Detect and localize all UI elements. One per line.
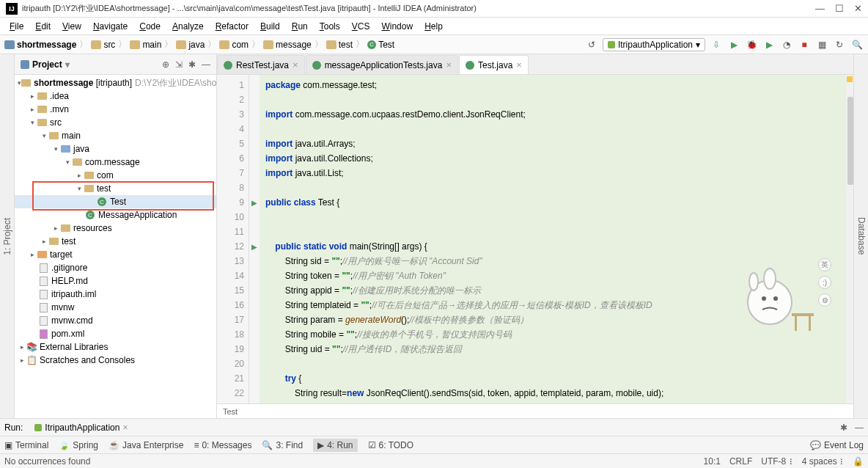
tree-node[interactable]: ▸test bbox=[15, 235, 216, 248]
tree-node[interactable]: ▾com.message bbox=[15, 156, 216, 169]
tree-node-testclass[interactable]: Test bbox=[15, 195, 216, 208]
project-pane-title[interactable]: Project ▾ bbox=[21, 59, 162, 70]
menu-file[interactable]: File bbox=[4, 20, 29, 33]
tree-node[interactable]: ▸.mvn bbox=[15, 103, 216, 116]
build-button[interactable]: ⇩ bbox=[710, 38, 723, 51]
tool-eventlog[interactable]: 💬 Event Log bbox=[810, 440, 864, 450]
close-icon[interactable]: × bbox=[446, 59, 452, 70]
status-pos[interactable]: 10:1 bbox=[704, 456, 721, 467]
status-crlf[interactable]: CRLF bbox=[729, 456, 752, 467]
expand-button[interactable]: ⇲ bbox=[175, 59, 183, 70]
layout-button[interactable]: ▦ bbox=[815, 38, 828, 51]
hide-button[interactable]: — bbox=[202, 59, 210, 70]
menu-code[interactable]: Code bbox=[134, 20, 166, 33]
maximize-button[interactable]: ☐ bbox=[835, 3, 844, 14]
tree-node-test[interactable]: ▾test bbox=[15, 182, 216, 195]
project-tree[interactable]: ▾shortmessage [itripauth]D:\Y2\作业\IDEA\s… bbox=[15, 75, 216, 418]
tool-messages[interactable]: ≡ 0: Messages bbox=[194, 440, 251, 450]
update-button[interactable]: ↻ bbox=[833, 38, 846, 51]
stop-button[interactable]: ■ bbox=[798, 38, 811, 51]
profile-button[interactable]: ◔ bbox=[780, 38, 793, 51]
crumb-item[interactable]: test bbox=[326, 40, 353, 50]
tree-node[interactable]: ▾main bbox=[15, 129, 216, 142]
tree-node[interactable]: pom.xml bbox=[15, 327, 216, 340]
status-enc[interactable]: UTF-8 ⫶ bbox=[761, 456, 792, 467]
code-lines[interactable]: package com.message.test;import com.mess… bbox=[260, 75, 853, 403]
tree-node[interactable]: ▸target bbox=[15, 248, 216, 261]
locate-button[interactable]: ⊕ bbox=[162, 59, 169, 70]
line-gutter[interactable]: 1234567891011121314151617181920212223 bbox=[217, 75, 249, 403]
tool-javaee[interactable]: ☕ Java Enterprise bbox=[108, 440, 183, 450]
breadcrumb[interactable]: shortmessage〉src〉main〉java〉com〉message〉t… bbox=[4, 38, 394, 51]
tree-node[interactable]: .gitignore bbox=[15, 261, 216, 274]
tree-node[interactable]: ▸resources bbox=[15, 222, 216, 235]
close-icon[interactable]: × bbox=[122, 423, 128, 433]
tool-todo[interactable]: ☑ 6: TODO bbox=[368, 440, 414, 450]
crumb-item[interactable]: java bbox=[176, 40, 205, 50]
sync-icon[interactable]: ↺ bbox=[585, 38, 598, 51]
run-tab[interactable]: ItripauthApplication × bbox=[29, 420, 133, 436]
menu-window[interactable]: Window bbox=[376, 20, 418, 33]
coverage-button[interactable]: ▶ bbox=[762, 38, 776, 51]
close-button[interactable]: ✕ bbox=[854, 3, 862, 14]
tree-root[interactable]: ▾shortmessage [itripauth]D:\Y2\作业\IDEA\s… bbox=[15, 76, 216, 89]
badge-emoji[interactable]: :) bbox=[818, 276, 831, 289]
tree-node[interactable]: MessageApplication bbox=[15, 208, 216, 222]
editor-tab[interactable]: Test.java× bbox=[459, 55, 529, 74]
menu-analyze[interactable]: Analyze bbox=[167, 20, 209, 33]
run-button[interactable]: ▶ bbox=[727, 38, 740, 51]
tool-project[interactable]: 1: Project bbox=[1, 212, 14, 261]
crumb-item[interactable]: message bbox=[263, 40, 312, 50]
run-markers[interactable]: ▶▶ bbox=[249, 75, 260, 403]
tree-node[interactable]: ▾src bbox=[15, 116, 216, 129]
tree-node[interactable]: mvnw bbox=[15, 301, 216, 314]
menu-build[interactable]: Build bbox=[255, 20, 285, 33]
tree-node[interactable]: ▸com bbox=[15, 169, 216, 182]
settings-icon[interactable]: ✱ bbox=[840, 423, 847, 433]
menu-edit[interactable]: Edit bbox=[30, 20, 56, 33]
warning-marker[interactable] bbox=[847, 76, 853, 82]
menu-help[interactable]: Help bbox=[419, 20, 448, 33]
editor-tab[interactable]: RestTest.java× bbox=[217, 55, 305, 74]
editor-tab[interactable]: messageApplicationTests.java× bbox=[306, 55, 458, 74]
scroll-thumb[interactable] bbox=[847, 97, 853, 185]
badge-gear[interactable]: ⚙ bbox=[818, 293, 831, 307]
badge-lang[interactable]: 英 bbox=[818, 258, 831, 271]
debug-button[interactable]: 🐞 bbox=[745, 38, 758, 51]
tree-node[interactable]: ▾java bbox=[15, 142, 216, 156]
menu-run[interactable]: Run bbox=[287, 20, 313, 33]
tool-find[interactable]: 🔍 3: Find bbox=[262, 440, 303, 450]
search-everywhere-button[interactable]: 🔍 bbox=[850, 38, 864, 51]
close-icon[interactable]: × bbox=[516, 59, 522, 70]
code-editor[interactable]: 1234567891011121314151617181920212223 ▶▶… bbox=[217, 75, 853, 403]
tree-node[interactable]: itripauth.iml bbox=[15, 288, 216, 301]
tree-node[interactable]: ▸📋Scratches and Consoles bbox=[15, 354, 216, 367]
tree-node[interactable]: ▸📚External Libraries bbox=[15, 340, 216, 354]
crumb-item[interactable]: src bbox=[91, 40, 115, 50]
tree-node[interactable]: mvnw.cmd bbox=[15, 314, 216, 327]
crumb-item[interactable]: Test bbox=[367, 40, 394, 50]
scroll-strip[interactable] bbox=[846, 75, 853, 403]
tool-favorites[interactable]: 2: Favorites bbox=[0, 208, 1, 266]
tool-terminal[interactable]: ▣ Terminal bbox=[4, 440, 48, 450]
tool-database[interactable]: Database bbox=[855, 211, 868, 260]
tree-node[interactable]: ▸.idea bbox=[15, 89, 216, 103]
tool-run[interactable]: ▶ 4: Run bbox=[313, 439, 357, 452]
crumb-item[interactable]: com bbox=[219, 40, 249, 50]
crumb-item[interactable]: main bbox=[130, 40, 161, 50]
hide-icon[interactable]: — bbox=[855, 423, 864, 433]
status-indent[interactable]: 4 spaces ⫶ bbox=[802, 456, 844, 467]
menu-refactor[interactable]: Refactor bbox=[210, 20, 254, 33]
run-config-selector[interactable]: ItripauthApplication ▾ bbox=[603, 38, 705, 51]
menu-tools[interactable]: Tools bbox=[315, 20, 345, 33]
menu-navigate[interactable]: Navigate bbox=[88, 20, 133, 33]
settings-button[interactable]: ✱ bbox=[188, 59, 196, 70]
crumb-item[interactable]: shortmessage bbox=[4, 40, 76, 50]
minimize-button[interactable]: — bbox=[815, 3, 825, 14]
menu-vcs[interactable]: VCS bbox=[347, 20, 375, 33]
menu-view[interactable]: View bbox=[57, 20, 87, 33]
tool-spring[interactable]: 🍃 Spring bbox=[59, 440, 98, 450]
tree-node[interactable]: HELP.md bbox=[15, 274, 216, 288]
close-icon[interactable]: × bbox=[293, 59, 298, 70]
status-lock-icon[interactable]: 🔒 bbox=[853, 456, 864, 467]
